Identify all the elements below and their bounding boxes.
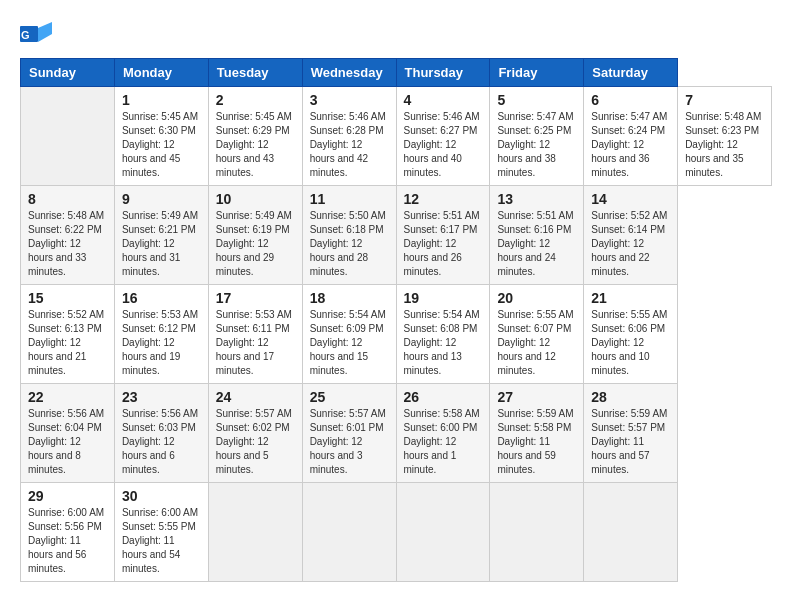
calendar-cell: 15 Sunrise: 5:52 AM Sunset: 6:13 PM Dayl… (21, 285, 115, 384)
cell-content: Sunrise: 6:00 AM Sunset: 5:56 PM Dayligh… (28, 506, 107, 576)
calendar-cell: 22 Sunrise: 5:56 AM Sunset: 6:04 PM Dayl… (21, 384, 115, 483)
logo: G (20, 20, 56, 48)
day-of-week-header: Thursday (396, 59, 490, 87)
day-number: 8 (28, 191, 107, 207)
day-number: 26 (404, 389, 483, 405)
day-number: 10 (216, 191, 295, 207)
page-header: G (20, 20, 772, 48)
calendar-cell: 13 Sunrise: 5:51 AM Sunset: 6:16 PM Dayl… (490, 186, 584, 285)
calendar-cell: 2 Sunrise: 5:45 AM Sunset: 6:29 PM Dayli… (208, 87, 302, 186)
day-of-week-header: Friday (490, 59, 584, 87)
day-number: 17 (216, 290, 295, 306)
day-number: 11 (310, 191, 389, 207)
calendar-week-row: 29 Sunrise: 6:00 AM Sunset: 5:56 PM Dayl… (21, 483, 772, 582)
day-number: 1 (122, 92, 201, 108)
cell-content: Sunrise: 5:54 AM Sunset: 6:09 PM Dayligh… (310, 308, 389, 378)
calendar-cell: 3 Sunrise: 5:46 AM Sunset: 6:28 PM Dayli… (302, 87, 396, 186)
day-number: 12 (404, 191, 483, 207)
day-of-week-header: Wednesday (302, 59, 396, 87)
day-number: 29 (28, 488, 107, 504)
calendar-cell: 6 Sunrise: 5:47 AM Sunset: 6:24 PM Dayli… (584, 87, 678, 186)
cell-content: Sunrise: 5:55 AM Sunset: 6:07 PM Dayligh… (497, 308, 576, 378)
cell-content: Sunrise: 5:49 AM Sunset: 6:21 PM Dayligh… (122, 209, 201, 279)
cell-content: Sunrise: 5:53 AM Sunset: 6:12 PM Dayligh… (122, 308, 201, 378)
logo-icon: G (20, 20, 52, 48)
cell-content: Sunrise: 5:56 AM Sunset: 6:03 PM Dayligh… (122, 407, 201, 477)
cell-content: Sunrise: 5:57 AM Sunset: 6:02 PM Dayligh… (216, 407, 295, 477)
cell-content: Sunrise: 5:48 AM Sunset: 6:22 PM Dayligh… (28, 209, 107, 279)
day-number: 21 (591, 290, 670, 306)
calendar-cell: 12 Sunrise: 5:51 AM Sunset: 6:17 PM Dayl… (396, 186, 490, 285)
day-number: 22 (28, 389, 107, 405)
calendar-cell: 8 Sunrise: 5:48 AM Sunset: 6:22 PM Dayli… (21, 186, 115, 285)
day-number: 13 (497, 191, 576, 207)
cell-content: Sunrise: 5:49 AM Sunset: 6:19 PM Dayligh… (216, 209, 295, 279)
day-number: 5 (497, 92, 576, 108)
day-number: 27 (497, 389, 576, 405)
day-number: 16 (122, 290, 201, 306)
calendar-cell: 17 Sunrise: 5:53 AM Sunset: 6:11 PM Dayl… (208, 285, 302, 384)
calendar-cell (302, 483, 396, 582)
calendar-cell: 24 Sunrise: 5:57 AM Sunset: 6:02 PM Dayl… (208, 384, 302, 483)
calendar-cell: 10 Sunrise: 5:49 AM Sunset: 6:19 PM Dayl… (208, 186, 302, 285)
day-number: 3 (310, 92, 389, 108)
cell-content: Sunrise: 5:46 AM Sunset: 6:27 PM Dayligh… (404, 110, 483, 180)
calendar-cell (208, 483, 302, 582)
calendar-cell (396, 483, 490, 582)
calendar-cell: 5 Sunrise: 5:47 AM Sunset: 6:25 PM Dayli… (490, 87, 584, 186)
day-of-week-header: Saturday (584, 59, 678, 87)
calendar-week-row: 8 Sunrise: 5:48 AM Sunset: 6:22 PM Dayli… (21, 186, 772, 285)
cell-content: Sunrise: 5:59 AM Sunset: 5:58 PM Dayligh… (497, 407, 576, 477)
calendar-cell: 4 Sunrise: 5:46 AM Sunset: 6:27 PM Dayli… (396, 87, 490, 186)
day-number: 9 (122, 191, 201, 207)
cell-content: Sunrise: 5:52 AM Sunset: 6:13 PM Dayligh… (28, 308, 107, 378)
svg-marker-2 (38, 22, 52, 42)
calendar-cell: 21 Sunrise: 5:55 AM Sunset: 6:06 PM Dayl… (584, 285, 678, 384)
day-number: 4 (404, 92, 483, 108)
calendar-cell (490, 483, 584, 582)
calendar-cell: 1 Sunrise: 5:45 AM Sunset: 6:30 PM Dayli… (114, 87, 208, 186)
calendar-week-row: 22 Sunrise: 5:56 AM Sunset: 6:04 PM Dayl… (21, 384, 772, 483)
cell-content: Sunrise: 5:51 AM Sunset: 6:16 PM Dayligh… (497, 209, 576, 279)
cell-content: Sunrise: 5:47 AM Sunset: 6:25 PM Dayligh… (497, 110, 576, 180)
cell-content: Sunrise: 5:59 AM Sunset: 5:57 PM Dayligh… (591, 407, 670, 477)
calendar-cell: 28 Sunrise: 5:59 AM Sunset: 5:57 PM Dayl… (584, 384, 678, 483)
day-of-week-header: Tuesday (208, 59, 302, 87)
cell-content: Sunrise: 5:55 AM Sunset: 6:06 PM Dayligh… (591, 308, 670, 378)
cell-content: Sunrise: 5:57 AM Sunset: 6:01 PM Dayligh… (310, 407, 389, 477)
calendar-cell: 25 Sunrise: 5:57 AM Sunset: 6:01 PM Dayl… (302, 384, 396, 483)
cell-content: Sunrise: 5:45 AM Sunset: 6:30 PM Dayligh… (122, 110, 201, 180)
day-number: 6 (591, 92, 670, 108)
day-number: 2 (216, 92, 295, 108)
day-number: 28 (591, 389, 670, 405)
day-number: 23 (122, 389, 201, 405)
cell-content: Sunrise: 5:56 AM Sunset: 6:04 PM Dayligh… (28, 407, 107, 477)
day-number: 30 (122, 488, 201, 504)
calendar-cell: 20 Sunrise: 5:55 AM Sunset: 6:07 PM Dayl… (490, 285, 584, 384)
cell-content: Sunrise: 5:48 AM Sunset: 6:23 PM Dayligh… (685, 110, 764, 180)
calendar-cell: 19 Sunrise: 5:54 AM Sunset: 6:08 PM Dayl… (396, 285, 490, 384)
calendar-cell: 14 Sunrise: 5:52 AM Sunset: 6:14 PM Dayl… (584, 186, 678, 285)
cell-content: Sunrise: 5:54 AM Sunset: 6:08 PM Dayligh… (404, 308, 483, 378)
cell-content: Sunrise: 5:45 AM Sunset: 6:29 PM Dayligh… (216, 110, 295, 180)
cell-content: Sunrise: 5:46 AM Sunset: 6:28 PM Dayligh… (310, 110, 389, 180)
day-number: 18 (310, 290, 389, 306)
calendar-table: SundayMondayTuesdayWednesdayThursdayFrid… (20, 58, 772, 582)
day-number: 20 (497, 290, 576, 306)
calendar-cell (584, 483, 678, 582)
calendar-cell: 30 Sunrise: 6:00 AM Sunset: 5:55 PM Dayl… (114, 483, 208, 582)
calendar-cell (21, 87, 115, 186)
cell-content: Sunrise: 5:53 AM Sunset: 6:11 PM Dayligh… (216, 308, 295, 378)
cell-content: Sunrise: 6:00 AM Sunset: 5:55 PM Dayligh… (122, 506, 201, 576)
calendar-cell: 16 Sunrise: 5:53 AM Sunset: 6:12 PM Dayl… (114, 285, 208, 384)
day-of-week-header: Monday (114, 59, 208, 87)
cell-content: Sunrise: 5:51 AM Sunset: 6:17 PM Dayligh… (404, 209, 483, 279)
day-number: 7 (685, 92, 764, 108)
cell-content: Sunrise: 5:52 AM Sunset: 6:14 PM Dayligh… (591, 209, 670, 279)
calendar-header-row: SundayMondayTuesdayWednesdayThursdayFrid… (21, 59, 772, 87)
day-number: 24 (216, 389, 295, 405)
day-number: 19 (404, 290, 483, 306)
calendar-cell: 7 Sunrise: 5:48 AM Sunset: 6:23 PM Dayli… (678, 87, 772, 186)
calendar-cell: 11 Sunrise: 5:50 AM Sunset: 6:18 PM Dayl… (302, 186, 396, 285)
cell-content: Sunrise: 5:58 AM Sunset: 6:00 PM Dayligh… (404, 407, 483, 477)
